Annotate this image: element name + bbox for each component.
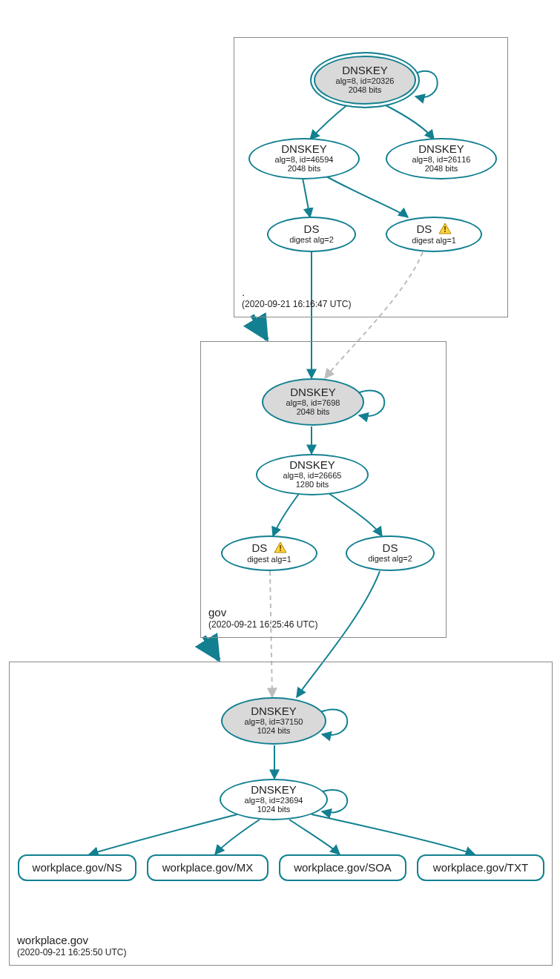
node-gov-zsk: DNSKEY alg=8, id=26665 1280 bits xyxy=(256,454,369,495)
node-sub2: 1024 bits xyxy=(234,805,313,814)
diagram-canvas: . (2020-09-21 16:16:47 UTC) gov (2020-09… xyxy=(0,0,560,979)
node-rr-txt: workplace.gov/TXT xyxy=(417,854,544,881)
node-root-zsk-26116: DNSKEY alg=8, id=26116 2048 bits xyxy=(386,138,497,179)
node-sub1: alg=8, id=37150 xyxy=(236,717,312,726)
node-root-ds-alg2: DS digest alg=2 xyxy=(267,217,356,252)
warning-icon xyxy=(438,222,452,234)
warning-icon xyxy=(274,541,287,553)
node-title: DS xyxy=(282,223,341,236)
node-sub2: 2048 bits xyxy=(328,85,402,94)
svg-rect-1 xyxy=(444,231,446,232)
node-title: DNSKEY xyxy=(263,143,345,156)
node-title: DS xyxy=(236,541,303,555)
node-sub1: alg=8, id=23694 xyxy=(234,796,313,805)
node-sub1: digest alg=2 xyxy=(282,235,341,244)
node-sub1: alg=8, id=7698 xyxy=(277,398,349,407)
node-root-ds-alg1: DS digest alg=1 xyxy=(386,217,482,252)
node-sub1: alg=8, id=46594 xyxy=(263,155,345,164)
node-root-zsk-46594: DNSKEY alg=8, id=46594 2048 bits xyxy=(248,138,360,179)
node-gov-ds-alg1: DS digest alg=1 xyxy=(221,535,317,571)
node-title: DNSKEY xyxy=(328,65,402,77)
zone-workplace-name: workplace.gov xyxy=(17,933,126,948)
zone-gov-name: gov xyxy=(208,605,317,620)
node-sub1: alg=8, id=20326 xyxy=(328,76,402,85)
node-sub2: 2048 bits xyxy=(401,164,482,173)
ds-text: DS xyxy=(416,222,432,235)
node-title: DS xyxy=(401,222,467,236)
node-title: DNSKEY xyxy=(234,784,313,797)
node-sub2: 2048 bits xyxy=(277,407,349,416)
svg-rect-2 xyxy=(280,545,281,549)
rr-label: workplace.gov/MX xyxy=(156,862,260,874)
zone-root-name: . xyxy=(242,285,351,300)
node-sub2: 2048 bits xyxy=(263,164,345,173)
node-sub1: alg=8, id=26665 xyxy=(271,471,354,480)
zone-root-timestamp: (2020-09-21 16:16:47 UTC) xyxy=(242,299,351,311)
node-workplace-ksk: DNSKEY alg=8, id=37150 1024 bits xyxy=(221,697,326,745)
node-rr-soa: workplace.gov/SOA xyxy=(279,854,406,881)
zone-gov-label: gov (2020-09-21 16:25:46 UTC) xyxy=(208,605,317,631)
node-sub2: 1280 bits xyxy=(271,480,354,489)
node-title: DNSKEY xyxy=(277,386,349,399)
node-sub1: digest alg=2 xyxy=(360,554,420,563)
node-title: DS xyxy=(360,542,420,555)
ds-text: DS xyxy=(251,541,267,554)
node-sub2: 1024 bits xyxy=(236,726,312,735)
node-title: DNSKEY xyxy=(271,459,354,472)
rr-label: workplace.gov/SOA xyxy=(288,862,398,874)
zone-workplace-label: workplace.gov (2020-09-21 16:25:50 UTC) xyxy=(17,933,126,959)
node-title: DNSKEY xyxy=(236,705,312,718)
svg-rect-3 xyxy=(280,550,281,551)
node-sub1: digest alg=1 xyxy=(401,236,467,245)
node-rr-ns: workplace.gov/NS xyxy=(18,854,136,881)
rr-label: workplace.gov/TXT xyxy=(426,862,536,874)
svg-rect-0 xyxy=(444,226,446,230)
node-workplace-zsk: DNSKEY alg=8, id=23694 1024 bits xyxy=(220,779,328,820)
node-sub1: alg=8, id=26116 xyxy=(401,155,482,164)
node-root-ksk: DNSKEY alg=8, id=20326 2048 bits xyxy=(310,52,420,108)
node-rr-mx: workplace.gov/MX xyxy=(147,854,269,881)
node-gov-ksk: DNSKEY alg=8, id=7698 2048 bits xyxy=(262,378,364,426)
node-title: DNSKEY xyxy=(401,143,482,156)
rr-label: workplace.gov/NS xyxy=(27,862,128,874)
zone-gov-timestamp: (2020-09-21 16:25:46 UTC) xyxy=(208,619,317,631)
node-sub1: digest alg=1 xyxy=(236,555,303,564)
zone-workplace-timestamp: (2020-09-21 16:25:50 UTC) xyxy=(17,947,126,959)
zone-root-label: . (2020-09-21 16:16:47 UTC) xyxy=(242,285,351,311)
node-gov-ds-alg2: DS digest alg=2 xyxy=(346,535,435,571)
